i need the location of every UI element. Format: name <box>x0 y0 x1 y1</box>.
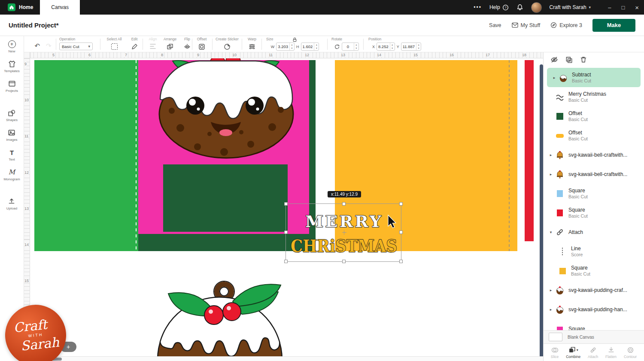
layer-row-square-pink[interactable]: Square <box>544 319 644 330</box>
home-label: Home <box>19 4 33 10</box>
edit-button[interactable]: Edit <box>127 37 142 50</box>
x-input[interactable]: 8.252 ▴▾ <box>377 42 395 51</box>
layer-row-pudding-1[interactable]: ▸ svg-kawaii-pudding-craf... <box>544 280 644 300</box>
avatar[interactable] <box>531 2 542 13</box>
sidebar-item-text[interactable]: T Text <box>9 149 15 161</box>
selection-handle-se[interactable] <box>399 260 403 263</box>
bell-icon[interactable] <box>516 4 523 11</box>
projects-icon <box>8 80 16 88</box>
width-input[interactable]: 3.203 ▴▾ <box>276 42 295 51</box>
height-step-up[interactable]: ▴ <box>314 43 319 47</box>
design-canvas[interactable]: MERRY CHRiSTMAS x:11.49 y:12.9 + <box>30 58 543 361</box>
selection-handle-sw[interactable] <box>284 260 288 263</box>
hide-eye-icon[interactable] <box>550 56 558 64</box>
make-button[interactable]: Make <box>592 19 635 32</box>
chevron-right-icon[interactable]: ▸ <box>551 76 557 80</box>
explore-button[interactable]: Explore 3 <box>550 22 582 28</box>
width-step-up[interactable]: ▴ <box>290 43 294 47</box>
selection-handle-e[interactable] <box>399 231 403 234</box>
lock-icon[interactable] <box>292 37 298 42</box>
kawaii-pudding-character[interactable] <box>159 58 293 158</box>
rotate-input[interactable]: 0 ▴▾ <box>342 42 359 51</box>
x-step-up[interactable]: ▴ <box>390 43 395 47</box>
inner-dark-green-rect[interactable] <box>163 164 288 232</box>
layer-row-pudding-2[interactable]: ▸ svg-kawaii-pudding-han... <box>544 300 644 319</box>
width-step-down[interactable]: ▾ <box>290 47 294 51</box>
vertical-scrollbar[interactable] <box>540 64 543 359</box>
shirt-icon <box>8 60 16 68</box>
close-button[interactable]: × <box>635 4 639 11</box>
sidebar-item-monogram[interactable]: M Monogram <box>3 168 20 181</box>
minimize-button[interactable]: – <box>608 4 611 11</box>
undo-icon[interactable]: ↶ <box>34 42 40 50</box>
sidebar-item-templates[interactable]: Templates <box>4 60 19 73</box>
select-all-button[interactable]: Select All <box>103 37 125 50</box>
selection-handle-n[interactable] <box>342 202 346 206</box>
slice-tool[interactable]: Slice <box>551 346 559 359</box>
blank-canvas-row[interactable]: Blank Canvas <box>544 330 644 343</box>
rotate-step-up[interactable]: ▴ <box>354 43 358 47</box>
sidebar-item-images[interactable]: Images <box>6 129 17 142</box>
selection-handle-s[interactable] <box>342 260 346 263</box>
sidebar-item-new[interactable]: + New <box>8 40 16 53</box>
offset-button[interactable]: Offset <box>193 37 210 50</box>
sidebar-item-projects[interactable]: Projects <box>6 80 18 93</box>
chevron-right-icon[interactable]: ▸ <box>548 153 554 157</box>
selection-handle-nw[interactable] <box>284 202 288 206</box>
attach-tool[interactable]: Attach <box>588 346 598 359</box>
red-strip-shape[interactable] <box>525 60 534 241</box>
sidebar-item-upload[interactable]: Upload <box>6 197 17 210</box>
maximize-button[interactable]: □ <box>621 4 625 11</box>
layer-row-merry-christmas[interactable]: Merry Christmas Basic Cut <box>544 87 644 106</box>
layer-row-attach-group[interactable]: ▾ Attach <box>544 222 644 242</box>
x-step-down[interactable]: ▾ <box>390 47 395 51</box>
arrange-button[interactable]: Arrange <box>161 37 179 50</box>
overflow-menu-icon[interactable]: ••• <box>474 4 482 10</box>
help-button[interactable]: Help ? <box>489 4 509 11</box>
layer-row-subtract[interactable]: ▸ Subtract Basic Cut <box>547 68 641 87</box>
create-sticker-button[interactable]: Create Sticker <box>214 37 240 50</box>
flatten-tool[interactable]: Flatten <box>605 346 617 359</box>
height-input[interactable]: 1.602 ▴▾ <box>301 42 319 51</box>
rotate-step-down[interactable]: ▾ <box>354 47 358 51</box>
layer-row-square-blue[interactable]: SquareBasic Cut <box>544 184 644 203</box>
home-button[interactable]: Home <box>0 0 40 15</box>
combine-tool[interactable]: ▾ Combine <box>566 346 580 359</box>
rotate-icon[interactable] <box>334 44 340 50</box>
contour-tool[interactable]: Contour <box>624 346 637 359</box>
tab-canvas[interactable]: Canvas <box>40 0 80 15</box>
selection-handle-ne[interactable] <box>399 202 403 206</box>
pudding-ornament[interactable] <box>158 281 282 361</box>
layer-row-square-red[interactable]: SquareBasic Cut <box>544 203 644 222</box>
align-button[interactable]: Align <box>145 37 161 49</box>
selection-box[interactable]: MERRY CHRiSTMAS <box>286 203 401 262</box>
my-stuff-button[interactable]: My Stuff <box>512 22 541 28</box>
y-step-down[interactable]: ▾ <box>416 47 421 51</box>
warp-button[interactable]: Warp <box>244 37 260 50</box>
y-input[interactable]: 11.887 ▴▾ <box>401 42 421 51</box>
redo-icon[interactable]: ↷ <box>46 42 52 50</box>
y-step-up[interactable]: ▴ <box>416 43 421 47</box>
horizontal-scrollbar[interactable] <box>24 356 543 361</box>
layer-row-bell-1[interactable]: ▸ svg-kawaii-bell-craftwith... <box>544 145 644 164</box>
trash-icon[interactable] <box>580 56 587 64</box>
layer-row-bell-2[interactable]: ▸ svg-kawaii-bell-craftwith... <box>544 164 644 184</box>
chevron-right-icon[interactable]: ▸ <box>548 172 554 176</box>
envelope-icon <box>512 22 518 28</box>
height-step-down[interactable]: ▾ <box>314 47 319 51</box>
save-button[interactable]: Save <box>489 22 501 28</box>
selection-handle-w[interactable] <box>284 231 288 234</box>
account-menu[interactable]: Craft with Sarah ▾ <box>550 4 591 10</box>
text-tool-icon: T <box>10 149 14 156</box>
duplicate-icon[interactable] <box>565 56 573 64</box>
layer-row-offset-1[interactable]: Offset Basic Cut <box>544 106 644 126</box>
chevron-right-icon[interactable]: ▸ <box>548 307 554 312</box>
layer-row-offset-2[interactable]: Offset Basic Cut <box>544 126 644 145</box>
chevron-right-icon[interactable]: ▸ <box>548 288 554 292</box>
sidebar-item-shapes[interactable]: Shapes <box>6 109 18 122</box>
chevron-down-icon[interactable]: ▾ <box>548 230 554 234</box>
layer-row-square-yellow[interactable]: SquareBasic Cut <box>544 261 644 280</box>
operation-select[interactable]: Basic Cut ▾ <box>59 42 93 50</box>
layer-row-line-score[interactable]: LineScore <box>544 242 644 261</box>
offset-icon <box>198 43 205 50</box>
